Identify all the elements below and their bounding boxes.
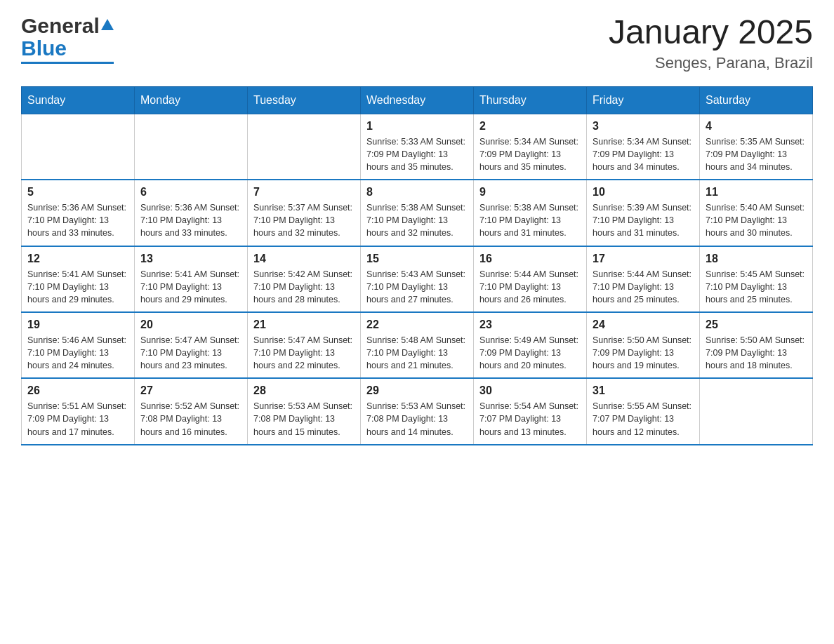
page-subtitle: Senges, Parana, Brazil <box>609 54 813 72</box>
day-info: Sunrise: 5:53 AM Sunset: 7:08 PM Dayligh… <box>253 400 355 438</box>
day-info: Sunrise: 5:48 AM Sunset: 7:10 PM Dayligh… <box>366 334 468 372</box>
day-number: 11 <box>706 186 807 199</box>
day-info: Sunrise: 5:44 AM Sunset: 7:10 PM Dayligh… <box>593 268 694 306</box>
day-of-week-thursday: Thursday <box>474 86 587 114</box>
day-number: 16 <box>479 253 581 265</box>
logo-blue-text: Blue <box>21 36 67 60</box>
day-of-week-sunday: Sunday <box>22 86 135 114</box>
day-info: Sunrise: 5:40 AM Sunset: 7:10 PM Dayligh… <box>706 201 807 239</box>
calendar-cell: 9Sunrise: 5:38 AM Sunset: 7:10 PM Daylig… <box>474 180 587 246</box>
day-of-week-monday: Monday <box>135 86 248 114</box>
day-info: Sunrise: 5:34 AM Sunset: 7:09 PM Dayligh… <box>479 135 581 173</box>
day-number: 12 <box>27 253 128 265</box>
day-number: 4 <box>706 120 807 133</box>
week-row-4: 19Sunrise: 5:46 AM Sunset: 7:10 PM Dayli… <box>22 312 813 378</box>
day-info: Sunrise: 5:36 AM Sunset: 7:10 PM Dayligh… <box>140 201 241 239</box>
day-of-week-wednesday: Wednesday <box>361 86 474 114</box>
calendar-cell: 22Sunrise: 5:48 AM Sunset: 7:10 PM Dayli… <box>361 312 474 378</box>
day-number: 6 <box>140 186 241 199</box>
calendar-cell: 24Sunrise: 5:50 AM Sunset: 7:09 PM Dayli… <box>587 312 700 378</box>
day-info: Sunrise: 5:46 AM Sunset: 7:10 PM Dayligh… <box>27 334 128 372</box>
calendar-cell: 21Sunrise: 5:47 AM Sunset: 7:10 PM Dayli… <box>248 312 361 378</box>
week-row-1: 1Sunrise: 5:33 AM Sunset: 7:09 PM Daylig… <box>22 114 813 180</box>
calendar-cell: 25Sunrise: 5:50 AM Sunset: 7:09 PM Dayli… <box>700 312 813 378</box>
logo: General Blue <box>21 14 114 64</box>
calendar-cell: 11Sunrise: 5:40 AM Sunset: 7:10 PM Dayli… <box>700 180 813 246</box>
day-info: Sunrise: 5:41 AM Sunset: 7:10 PM Dayligh… <box>27 268 128 306</box>
calendar-cell: 1Sunrise: 5:33 AM Sunset: 7:09 PM Daylig… <box>361 114 474 180</box>
calendar-cell: 20Sunrise: 5:47 AM Sunset: 7:10 PM Dayli… <box>135 312 248 378</box>
day-number: 5 <box>27 186 128 199</box>
day-info: Sunrise: 5:47 AM Sunset: 7:10 PM Dayligh… <box>140 334 241 372</box>
day-number: 29 <box>366 384 468 397</box>
calendar-cell: 10Sunrise: 5:39 AM Sunset: 7:10 PM Dayli… <box>587 180 700 246</box>
day-number: 21 <box>253 318 355 331</box>
day-info: Sunrise: 5:33 AM Sunset: 7:09 PM Dayligh… <box>366 135 468 173</box>
day-number: 14 <box>253 253 355 265</box>
week-row-5: 26Sunrise: 5:51 AM Sunset: 7:09 PM Dayli… <box>22 378 813 444</box>
logo-arrow-icon <box>101 19 114 30</box>
logo-underline <box>21 62 114 64</box>
day-number: 3 <box>593 120 694 133</box>
calendar-header: SundayMondayTuesdayWednesdayThursdayFrid… <box>22 86 813 114</box>
day-number: 20 <box>140 318 241 331</box>
calendar-cell: 4Sunrise: 5:35 AM Sunset: 7:09 PM Daylig… <box>700 114 813 180</box>
day-info: Sunrise: 5:47 AM Sunset: 7:10 PM Dayligh… <box>253 334 355 372</box>
day-info: Sunrise: 5:37 AM Sunset: 7:10 PM Dayligh… <box>253 201 355 239</box>
calendar-cell: 12Sunrise: 5:41 AM Sunset: 7:10 PM Dayli… <box>22 246 135 312</box>
day-number: 19 <box>27 318 128 331</box>
calendar-cell: 19Sunrise: 5:46 AM Sunset: 7:10 PM Dayli… <box>22 312 135 378</box>
day-info: Sunrise: 5:53 AM Sunset: 7:08 PM Dayligh… <box>366 400 468 438</box>
day-number: 18 <box>706 253 807 265</box>
logo-general-text: General <box>21 14 100 38</box>
calendar-cell: 27Sunrise: 5:52 AM Sunset: 7:08 PM Dayli… <box>135 378 248 444</box>
day-info: Sunrise: 5:39 AM Sunset: 7:10 PM Dayligh… <box>593 201 694 239</box>
calendar-cell: 15Sunrise: 5:43 AM Sunset: 7:10 PM Dayli… <box>361 246 474 312</box>
day-info: Sunrise: 5:45 AM Sunset: 7:10 PM Dayligh… <box>706 268 807 306</box>
day-number: 31 <box>593 384 694 397</box>
page-header: General Blue January 2025 Senges, Parana… <box>21 14 813 72</box>
calendar-cell: 29Sunrise: 5:53 AM Sunset: 7:08 PM Dayli… <box>361 378 474 444</box>
calendar-cell: 30Sunrise: 5:54 AM Sunset: 7:07 PM Dayli… <box>474 378 587 444</box>
calendar-cell: 5Sunrise: 5:36 AM Sunset: 7:10 PM Daylig… <box>22 180 135 246</box>
day-number: 23 <box>479 318 581 331</box>
day-info: Sunrise: 5:35 AM Sunset: 7:09 PM Dayligh… <box>706 135 807 173</box>
day-of-week-friday: Friday <box>587 86 700 114</box>
day-info: Sunrise: 5:38 AM Sunset: 7:10 PM Dayligh… <box>366 201 468 239</box>
calendar-cell: 26Sunrise: 5:51 AM Sunset: 7:09 PM Dayli… <box>22 378 135 444</box>
calendar-cell: 3Sunrise: 5:34 AM Sunset: 7:09 PM Daylig… <box>587 114 700 180</box>
day-of-week-tuesday: Tuesday <box>248 86 361 114</box>
calendar-cell <box>135 114 248 180</box>
day-info: Sunrise: 5:42 AM Sunset: 7:10 PM Dayligh… <box>253 268 355 306</box>
day-number: 27 <box>140 384 241 397</box>
day-number: 22 <box>366 318 468 331</box>
day-number: 24 <box>593 318 694 331</box>
day-number: 7 <box>253 186 355 199</box>
day-info: Sunrise: 5:36 AM Sunset: 7:10 PM Dayligh… <box>27 201 128 239</box>
day-number: 1 <box>366 120 468 133</box>
title-block: January 2025 Senges, Parana, Brazil <box>609 14 813 72</box>
calendar-cell <box>22 114 135 180</box>
day-number: 25 <box>706 318 807 331</box>
calendar-cell: 6Sunrise: 5:36 AM Sunset: 7:10 PM Daylig… <box>135 180 248 246</box>
calendar-body: 1Sunrise: 5:33 AM Sunset: 7:09 PM Daylig… <box>22 114 813 444</box>
page-title: January 2025 <box>609 14 813 51</box>
day-info: Sunrise: 5:50 AM Sunset: 7:09 PM Dayligh… <box>706 334 807 372</box>
calendar-cell <box>700 378 813 444</box>
day-number: 15 <box>366 253 468 265</box>
day-number: 9 <box>479 186 581 199</box>
calendar-cell: 28Sunrise: 5:53 AM Sunset: 7:08 PM Dayli… <box>248 378 361 444</box>
day-info: Sunrise: 5:54 AM Sunset: 7:07 PM Dayligh… <box>479 400 581 438</box>
week-row-3: 12Sunrise: 5:41 AM Sunset: 7:10 PM Dayli… <box>22 246 813 312</box>
calendar-cell: 8Sunrise: 5:38 AM Sunset: 7:10 PM Daylig… <box>361 180 474 246</box>
calendar-cell: 2Sunrise: 5:34 AM Sunset: 7:09 PM Daylig… <box>474 114 587 180</box>
day-info: Sunrise: 5:34 AM Sunset: 7:09 PM Dayligh… <box>593 135 694 173</box>
day-info: Sunrise: 5:49 AM Sunset: 7:09 PM Dayligh… <box>479 334 581 372</box>
days-of-week-row: SundayMondayTuesdayWednesdayThursdayFrid… <box>22 86 813 114</box>
calendar-cell: 18Sunrise: 5:45 AM Sunset: 7:10 PM Dayli… <box>700 246 813 312</box>
day-number: 8 <box>366 186 468 199</box>
calendar-cell <box>248 114 361 180</box>
day-number: 26 <box>27 384 128 397</box>
calendar-table: SundayMondayTuesdayWednesdayThursdayFrid… <box>21 86 813 445</box>
day-number: 28 <box>253 384 355 397</box>
